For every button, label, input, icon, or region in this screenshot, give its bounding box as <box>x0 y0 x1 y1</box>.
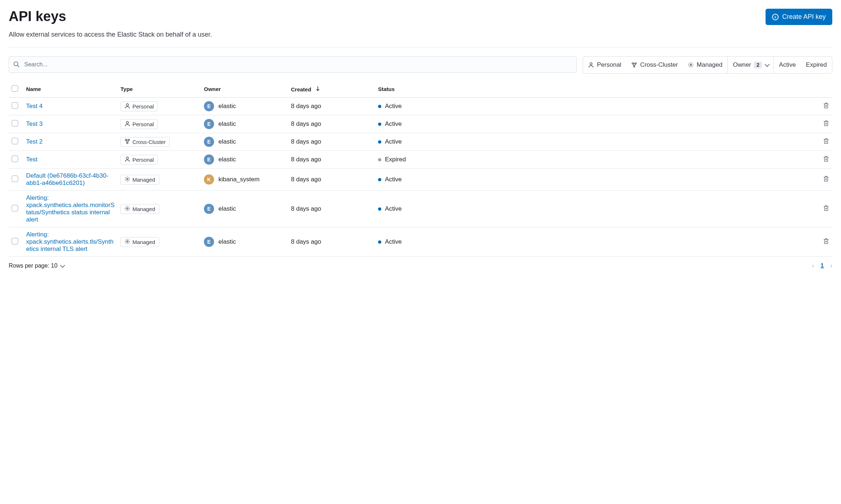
svg-point-6 <box>690 64 692 66</box>
delete-button[interactable] <box>823 139 829 146</box>
status-dot-icon <box>378 207 381 211</box>
prev-page-button[interactable]: ‹ <box>812 263 814 269</box>
filter-bar: Personal Cross-Cluster Managed Owner 2 A… <box>583 56 832 74</box>
owner-name: elastic <box>218 156 236 163</box>
svg-point-7 <box>126 104 128 106</box>
create-api-key-button[interactable]: + Create API key <box>766 9 832 25</box>
create-button-label: Create API key <box>782 13 826 21</box>
delete-button[interactable] <box>823 157 829 164</box>
created-time: 8 days ago <box>291 120 321 127</box>
owner-name: elastic <box>218 238 236 245</box>
row-checkbox[interactable] <box>12 156 18 162</box>
delete-button[interactable] <box>823 103 829 110</box>
type-badge: Personal <box>120 119 158 129</box>
delete-button[interactable] <box>823 239 829 246</box>
created-time: 8 days ago <box>291 238 321 245</box>
owner-name: elastic <box>218 205 236 212</box>
status-badge: Expired <box>378 156 406 163</box>
svg-point-4 <box>635 63 636 64</box>
header-divider <box>9 47 832 47</box>
column-header-type[interactable]: Type <box>118 81 201 98</box>
sort-descending-icon <box>315 86 321 92</box>
delete-button[interactable] <box>823 121 829 128</box>
type-badge: Cross-Cluster <box>120 137 170 147</box>
created-time: 8 days ago <box>291 176 321 183</box>
chevron-down-icon <box>764 62 770 67</box>
gear-icon <box>124 206 130 212</box>
filter-active[interactable]: Active <box>774 57 801 73</box>
owner-name: elastic <box>218 103 236 110</box>
table-row: Alerting: xpack.synthetics.alerts.tls/Sy… <box>9 227 832 257</box>
type-badge: Managed <box>120 204 159 214</box>
svg-line-1 <box>17 65 19 67</box>
type-badge: Personal <box>120 155 158 165</box>
svg-point-3 <box>632 63 633 64</box>
pagination: ‹ 1 › <box>812 263 832 269</box>
table-row: Alerting: xpack.synthetics.alerts.monito… <box>9 191 832 227</box>
status-dot-icon <box>378 105 381 108</box>
avatar: E <box>204 204 214 214</box>
column-header-created[interactable]: Created <box>288 81 375 98</box>
row-checkbox[interactable] <box>12 138 18 144</box>
api-key-name-link[interactable]: Alerting: xpack.synthetics.alerts.monito… <box>26 194 115 223</box>
search-input[interactable] <box>9 56 577 73</box>
row-checkbox[interactable] <box>12 102 18 109</box>
page-number-1[interactable]: 1 <box>821 263 824 269</box>
gear-icon <box>124 239 130 245</box>
status-badge: Active <box>378 138 402 145</box>
row-checkbox[interactable] <box>12 120 18 127</box>
filter-owner[interactable]: Owner 2 <box>727 57 774 73</box>
svg-point-14 <box>127 208 128 209</box>
filter-expired[interactable]: Expired <box>801 57 832 73</box>
table-row: Test 4PersonalEelastic8 days agoActive <box>9 98 832 115</box>
avatar: E <box>204 137 214 147</box>
api-key-name-link[interactable]: Test 2 <box>26 138 42 145</box>
next-page-button[interactable]: › <box>830 263 832 269</box>
filter-managed[interactable]: Managed <box>683 57 727 73</box>
status-dot-icon <box>378 140 381 144</box>
avatar: K <box>204 174 214 185</box>
filter-cross-cluster[interactable]: Cross-Cluster <box>626 57 683 73</box>
status-dot-icon <box>378 178 381 181</box>
column-header-name[interactable]: Name <box>23 81 118 98</box>
created-time: 8 days ago <box>291 156 321 163</box>
owner-name: kibana_system <box>218 176 259 183</box>
page-subtitle: Allow external services to access the El… <box>9 31 832 38</box>
row-checkbox[interactable] <box>12 175 18 182</box>
svg-point-10 <box>128 139 130 141</box>
api-keys-table: Name Type Owner Created Status Test 4Per… <box>9 81 832 257</box>
column-header-status[interactable]: Status <box>375 81 815 98</box>
api-key-name-link[interactable]: Alerting: xpack.synthetics.alerts.tls/Sy… <box>26 231 114 252</box>
row-checkbox[interactable] <box>12 238 18 244</box>
delete-button[interactable] <box>823 206 829 213</box>
owner-count-badge: 2 <box>754 62 762 68</box>
cluster-icon <box>124 139 130 145</box>
row-checkbox[interactable] <box>12 205 18 211</box>
svg-point-2 <box>590 63 592 65</box>
avatar: E <box>204 101 214 111</box>
type-badge: Personal <box>120 102 158 111</box>
gear-icon <box>124 176 130 183</box>
svg-point-0 <box>14 62 18 66</box>
svg-point-5 <box>633 66 635 67</box>
avatar: E <box>204 237 214 247</box>
user-icon <box>124 121 130 128</box>
created-time: 8 days ago <box>291 138 321 145</box>
filter-personal[interactable]: Personal <box>583 57 626 73</box>
table-row: Default (0e67686b-63cf-4b30-abb1-a46be61… <box>9 169 832 191</box>
select-all-checkbox[interactable] <box>12 85 18 92</box>
api-key-name-link[interactable]: Default (0e67686b-63cf-4b30-abb1-a46be61… <box>26 172 108 186</box>
delete-button[interactable] <box>823 177 829 183</box>
table-row: TestPersonalEelastic8 days agoExpired <box>9 151 832 169</box>
column-header-owner[interactable]: Owner <box>201 81 288 98</box>
api-key-name-link[interactable]: Test 3 <box>26 120 42 127</box>
user-icon <box>588 62 594 68</box>
table-row: Test 3PersonalEelastic8 days agoActive <box>9 115 832 133</box>
rows-per-page-selector[interactable]: Rows per page: 10 <box>9 263 64 269</box>
api-key-name-link[interactable]: Test <box>26 156 37 163</box>
status-badge: Active <box>378 205 402 212</box>
plus-circle-icon: + <box>772 14 779 20</box>
status-badge: Active <box>378 176 402 183</box>
api-key-name-link[interactable]: Test 4 <box>26 103 42 110</box>
page-title: API keys <box>9 9 66 24</box>
